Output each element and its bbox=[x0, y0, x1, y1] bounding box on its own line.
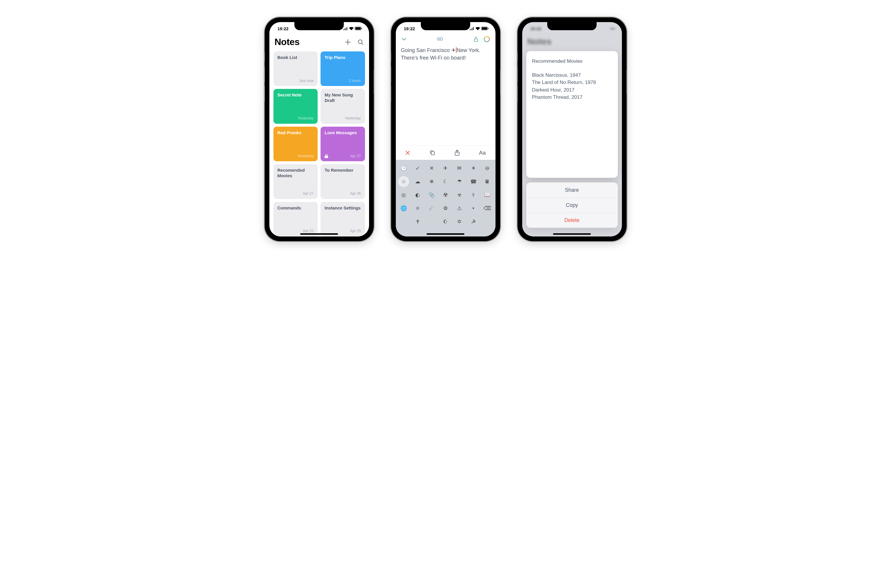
symbol-key[interactable]: ☀ bbox=[467, 163, 480, 174]
symbol-key[interactable]: ✝ bbox=[411, 216, 424, 227]
note-time: Apr 25 bbox=[325, 229, 361, 234]
note-title: To Remember bbox=[325, 168, 361, 173]
symbol-key[interactable]: ☄ bbox=[425, 203, 438, 214]
note-time: Apr 27 bbox=[278, 192, 314, 196]
svg-rect-4 bbox=[325, 156, 328, 158]
note-time: Apr 25 bbox=[278, 229, 314, 234]
status-icons bbox=[469, 27, 488, 30]
note-card[interactable]: Trip Plans 2 hours bbox=[320, 51, 365, 86]
symbol-key[interactable]: ◐ bbox=[411, 189, 424, 201]
note-time: 2 hours bbox=[325, 79, 361, 83]
preview-line: The Land of No Return, 1978 bbox=[532, 79, 612, 86]
symbol-key[interactable]: ⚙ bbox=[439, 203, 452, 214]
color-picker-button[interactable] bbox=[484, 36, 490, 42]
symbol-key[interactable]: 🌐 bbox=[398, 203, 410, 214]
close-button[interactable] bbox=[405, 150, 410, 155]
home-indicator[interactable] bbox=[427, 233, 464, 235]
delete-action[interactable]: Delete bbox=[526, 213, 618, 228]
phone-frame-3: 19:22 ••• Notes Recommended Movies Black… bbox=[518, 17, 627, 241]
symbol-key[interactable]: ☢ bbox=[439, 189, 452, 201]
note-text: Going San Francisco ✈ bbox=[401, 47, 456, 53]
note-time: Apr 27 bbox=[350, 154, 361, 159]
symbol-key[interactable]: ☪ bbox=[439, 216, 452, 227]
note-editor[interactable]: Going San Francisco ✈New York. There's f… bbox=[396, 45, 496, 63]
lock-toggle-button[interactable] bbox=[473, 36, 479, 42]
editor-toolbar: Aa bbox=[396, 145, 496, 160]
symbol-key[interactable]: ⚛ bbox=[411, 203, 424, 214]
symbol-key[interactable]: ⌫ bbox=[481, 203, 494, 214]
preview-line: Phantom Thread, 2017 bbox=[532, 93, 612, 101]
svg-rect-13 bbox=[431, 152, 434, 155]
symbol-key[interactable]: ☎ bbox=[467, 176, 480, 187]
char-count: 60 bbox=[437, 36, 443, 42]
symbol-key[interactable]: ⚠ bbox=[453, 203, 466, 214]
note-card[interactable]: Commands Apr 25 bbox=[273, 202, 318, 237]
symbol-key[interactable]: ☭ bbox=[467, 216, 480, 227]
note-card[interactable]: My New Song Draft Yesterday bbox=[320, 89, 365, 123]
duplicate-button[interactable] bbox=[430, 150, 435, 156]
symbol-key[interactable]: 🕒 bbox=[398, 163, 410, 174]
home-indicator[interactable] bbox=[300, 233, 338, 235]
note-time: Yesterday bbox=[278, 154, 314, 159]
status-time: 19:22 bbox=[278, 26, 288, 31]
note-card[interactable]: Love Messages Apr 27 bbox=[320, 127, 365, 161]
note-card[interactable]: Book List Just now bbox=[273, 51, 318, 86]
symbol-key[interactable]: ☆ bbox=[398, 176, 409, 187]
add-note-button[interactable] bbox=[345, 39, 351, 45]
note-card[interactable]: Rad Pranks Yesterday bbox=[273, 127, 318, 161]
note-time: Yesterday bbox=[325, 116, 361, 121]
symbol-key[interactable]: ◎ bbox=[398, 189, 410, 201]
note-title: Love Messages bbox=[325, 130, 361, 136]
note-preview[interactable]: Recommended Movies Black Narcissus, 1947… bbox=[526, 51, 618, 178]
note-time: Just now bbox=[278, 79, 314, 83]
home-indicator[interactable] bbox=[553, 233, 591, 235]
note-time: Yesterday bbox=[278, 116, 314, 121]
symbol-key[interactable]: ⚕ bbox=[467, 189, 480, 201]
symbol-key[interactable]: • bbox=[467, 203, 480, 214]
symbol-key[interactable]: ☣ bbox=[453, 189, 466, 201]
symbol-key[interactable]: ☾ bbox=[439, 176, 452, 187]
symbol-key[interactable] bbox=[398, 216, 410, 227]
copy-action[interactable]: Copy bbox=[526, 198, 618, 213]
symbol-key[interactable]: ✕ bbox=[425, 163, 438, 174]
share-button[interactable] bbox=[455, 150, 460, 156]
symbol-key[interactable] bbox=[425, 216, 438, 227]
share-action[interactable]: Share bbox=[526, 183, 618, 198]
note-title: My New Song Draft bbox=[325, 92, 361, 104]
notes-grid: Book List Just now Trip Plans 2 hours Se… bbox=[269, 51, 369, 237]
svg-rect-2 bbox=[362, 28, 362, 29]
search-button[interactable] bbox=[358, 39, 364, 45]
svg-rect-1 bbox=[355, 27, 361, 30]
note-title: Recomended Movies bbox=[278, 168, 314, 178]
symbol-key[interactable]: 🖩 bbox=[481, 176, 494, 187]
note-time: Apr 26 bbox=[325, 192, 361, 196]
text-cursor bbox=[456, 47, 457, 53]
symbol-key[interactable]: ⊖ bbox=[481, 163, 494, 174]
status-time: 19:22 bbox=[404, 26, 415, 31]
symbol-key[interactable]: ☁ bbox=[411, 176, 424, 187]
symbol-key[interactable]: 📎 bbox=[425, 189, 438, 201]
note-title: Rad Pranks bbox=[278, 130, 314, 136]
symbol-key[interactable]: 📖 bbox=[481, 189, 494, 201]
symbol-key[interactable]: ✓ bbox=[411, 163, 424, 174]
symbol-key[interactable]: ✉ bbox=[453, 163, 466, 174]
symbol-key[interactable]: ✈ bbox=[439, 163, 452, 174]
symbol-key[interactable]: ✡ bbox=[453, 216, 466, 227]
note-card[interactable]: To Remember Apr 26 bbox=[320, 164, 365, 199]
note-text: New York. bbox=[457, 47, 480, 53]
text-style-button[interactable]: Aa bbox=[479, 150, 485, 156]
note-card[interactable]: Recomended Movies Apr 27 bbox=[273, 164, 318, 199]
note-card[interactable]: Secret Note Yesterday bbox=[273, 89, 318, 123]
svg-rect-7 bbox=[488, 28, 488, 29]
page-title: Notes bbox=[275, 37, 300, 47]
lock-icon bbox=[325, 154, 328, 158]
blurred-title: Notes bbox=[522, 35, 622, 48]
symbol-key[interactable]: ☂ bbox=[453, 176, 466, 187]
symbol-key[interactable] bbox=[481, 216, 494, 227]
note-card[interactable]: Instance Settings Apr 25 bbox=[320, 202, 365, 237]
note-text: There's free Wi-Fi on board! bbox=[401, 55, 466, 61]
collapse-button[interactable] bbox=[401, 36, 407, 42]
svg-rect-8 bbox=[474, 39, 478, 42]
symbol-key[interactable]: ❄ bbox=[425, 176, 438, 187]
phone-frame-2: 19:22 60 bbox=[391, 17, 500, 241]
